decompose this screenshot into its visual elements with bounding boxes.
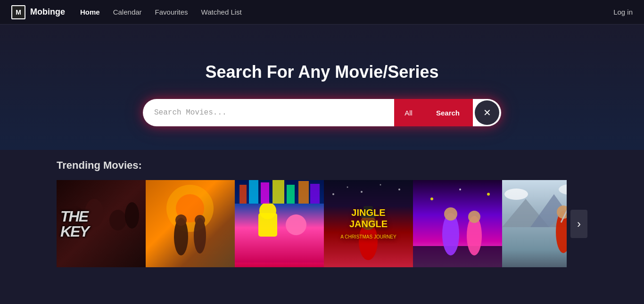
svg-rect-18 — [249, 180, 258, 204]
movie-4-title: JINGLEJANGLEA CHRISTMAS JOURNEY — [337, 203, 400, 245]
nav-watched-list[interactable]: Watched List — [201, 8, 242, 16]
logo-icon: M — [11, 5, 25, 19]
svg-point-37 — [444, 207, 457, 221]
movie-card-2[interactable] — [146, 180, 235, 267]
movies-carousel: THEKEY — [57, 180, 567, 267]
svg-rect-23 — [310, 184, 320, 204]
search-button[interactable]: Search — [423, 99, 473, 126]
svg-rect-19 — [261, 182, 269, 204]
hero-section: Search For Any Movie/Series All Search ✕ — [0, 25, 644, 150]
search-all-button[interactable]: All — [394, 99, 423, 126]
search-input[interactable] — [143, 99, 394, 126]
svg-point-47 — [504, 189, 528, 200]
svg-point-41 — [487, 193, 490, 196]
svg-rect-21 — [287, 185, 295, 204]
svg-point-9 — [175, 214, 187, 226]
logo-text: Mobinge — [30, 7, 65, 17]
svg-point-15 — [286, 214, 306, 235]
svg-point-40 — [430, 197, 433, 200]
nav-calendar[interactable]: Calendar — [113, 8, 142, 16]
carousel-next-button[interactable]: › — [570, 210, 587, 238]
movie-card-4[interactable]: JINGLEJANGLEA CHRISTMAS JOURNEY — [324, 180, 413, 267]
app-logo[interactable]: M Mobinge — [11, 5, 65, 19]
svg-point-11 — [195, 215, 205, 225]
movies-carousel-wrapper: THEKEY — [57, 180, 587, 267]
nav-links: Home Calendar Favourites Watched List — [80, 8, 613, 16]
search-bar: All Search ✕ — [143, 99, 501, 126]
svg-rect-17 — [239, 185, 247, 204]
svg-point-39 — [468, 211, 480, 223]
svg-rect-35 — [413, 246, 502, 267]
movie-card-1[interactable]: THEKEY — [57, 180, 146, 267]
svg-rect-22 — [298, 181, 309, 204]
movie-card-3[interactable] — [235, 180, 324, 267]
svg-point-42 — [459, 189, 461, 190]
svg-point-14 — [259, 202, 276, 219]
hero-title: Search For Any Movie/Series — [206, 62, 439, 82]
trending-title: Trending Movies: — [57, 159, 587, 172]
login-button[interactable]: Log in — [613, 8, 633, 16]
movie-1-title: THEKEY — [60, 209, 89, 239]
navbar: M Mobinge Home Calendar Favourites Watch… — [0, 0, 644, 25]
trending-section: Trending Movies: — [0, 150, 644, 277]
movie-card-5[interactable] — [413, 180, 502, 267]
svg-rect-20 — [272, 180, 284, 204]
nav-home[interactable]: Home — [80, 8, 100, 16]
nav-favourites[interactable]: Favourites — [155, 8, 188, 16]
search-close-button[interactable]: ✕ — [475, 100, 499, 125]
movie-card-6[interactable] — [502, 180, 567, 267]
